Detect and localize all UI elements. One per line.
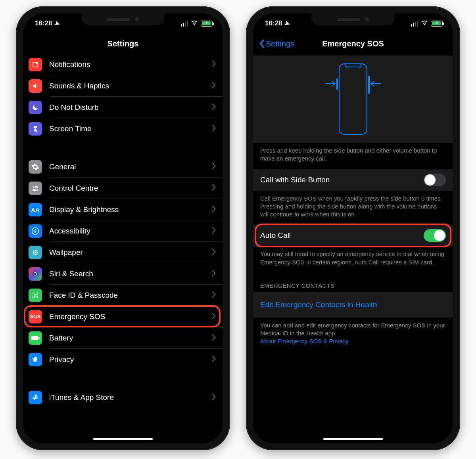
battery-icon: ⚡︎ (431, 21, 443, 27)
svg-point-20 (36, 295, 36, 295)
row-emergency-sos[interactable]: SOS Emergency SOS (23, 306, 223, 327)
svg-point-12 (37, 252, 38, 253)
location-icon: ➤ (54, 19, 61, 28)
svg-point-11 (33, 252, 34, 253)
row-wallpaper[interactable]: Wallpaper (23, 242, 223, 263)
appstore-icon (29, 391, 42, 404)
row-controlcentre[interactable]: Control Centre (23, 178, 223, 199)
row-battery[interactable]: Battery (23, 327, 223, 349)
row-label: Notifications (49, 60, 212, 69)
svg-point-8 (35, 252, 36, 254)
battery-row-icon (29, 331, 42, 345)
cell-label: Auto Call (260, 231, 291, 240)
chevron-right-icon (212, 270, 216, 278)
gear-icon (29, 160, 42, 174)
svg-point-5 (36, 189, 37, 191)
notch (311, 13, 395, 25)
phone-left: 16:28 ➤ ⚡︎ Settings (16, 6, 230, 450)
cell-call-with-side-button[interactable]: Call with Side Button (253, 169, 453, 191)
chevron-right-icon (212, 184, 216, 192)
wifi-icon (190, 20, 198, 27)
row-label: Display & Brightness (49, 205, 212, 214)
group-general: General Control Centre (23, 156, 223, 370)
hero-illustration (253, 55, 453, 143)
sound-icon (29, 79, 42, 93)
row-privacy[interactable]: Privacy (23, 349, 223, 370)
row-label: Sounds & Haptics (49, 82, 212, 90)
notifications-icon (29, 58, 42, 71)
svg-point-15 (33, 253, 35, 254)
group-itunes: iTunes & App Store (23, 387, 223, 408)
chevron-right-icon (212, 125, 216, 133)
settings-list[interactable]: Notifications Sounds & Haptics (23, 54, 223, 443)
svg-point-7 (35, 229, 36, 230)
row-label: Siri & Search (49, 270, 212, 278)
back-label: Settings (266, 39, 294, 48)
call-side-footer: Call Emergency SOS when you rapidly pres… (253, 191, 453, 225)
hourglass-icon (29, 122, 42, 136)
nav-bar: Settings (23, 33, 223, 54)
row-label: iTunes & App Store (49, 393, 212, 402)
sos-icon: SOS (29, 310, 42, 323)
svg-point-17 (33, 271, 38, 277)
svg-point-9 (35, 250, 36, 251)
privacy-link[interactable]: About Emergency SOS & Privacy (260, 338, 349, 344)
svg-rect-21 (31, 336, 38, 340)
back-button[interactable]: Settings (259, 33, 294, 54)
chevron-right-icon (212, 103, 216, 111)
sos-content[interactable]: Press and keep holding the side button a… (253, 54, 453, 443)
chevron-right-icon (212, 82, 216, 90)
row-screentime[interactable]: Screen Time (23, 118, 223, 140)
home-indicator[interactable] (323, 438, 383, 440)
row-label: Battery (49, 334, 212, 342)
wifi-icon (420, 20, 428, 27)
row-faceid[interactable]: Face ID & Passcode (23, 285, 223, 306)
row-siri[interactable]: Siri & Search (23, 263, 223, 285)
accessibility-icon (29, 224, 42, 238)
svg-point-19 (34, 295, 35, 295)
chevron-right-icon (212, 356, 216, 363)
text-size-icon: AA (29, 203, 42, 216)
edit-emergency-contacts[interactable]: Edit Emergency Contacts in Health (253, 292, 453, 317)
contacts-header: EMERGENCY CONTACTS (253, 273, 453, 292)
switch-call-side[interactable] (424, 174, 446, 186)
cell-auto-call[interactable]: Auto Call (253, 225, 453, 246)
chevron-right-icon (212, 206, 216, 214)
auto-call-footer: You may still need to specify an emergen… (253, 246, 453, 273)
switches-icon (29, 182, 42, 195)
chevron-right-icon (212, 61, 216, 69)
cell-label: Call with Side Button (260, 176, 330, 184)
row-general[interactable]: General (23, 156, 223, 178)
chevron-right-icon (212, 394, 216, 402)
row-sounds[interactable]: Sounds & Haptics (23, 75, 223, 97)
siri-icon (29, 267, 42, 281)
chevron-right-icon (212, 334, 216, 342)
row-label: Privacy (49, 355, 212, 364)
group-notifications: Notifications Sounds & Haptics (23, 54, 223, 140)
chevron-right-icon (212, 227, 216, 235)
svg-point-16 (36, 253, 37, 254)
svg-point-13 (33, 251, 35, 252)
row-label: Do Not Disturb (49, 103, 212, 112)
row-accessibility[interactable]: Accessibility (23, 220, 223, 242)
row-label: Emergency SOS (49, 312, 212, 321)
row-itunes[interactable]: iTunes & App Store (23, 387, 223, 408)
page-title: Emergency SOS (322, 39, 384, 48)
phone-right: 16:28 ➤ ⚡︎ Settings Emergency SOS (246, 6, 460, 450)
svg-point-1 (36, 62, 38, 64)
row-label: Accessibility (49, 227, 212, 235)
row-label: Wallpaper (49, 248, 212, 257)
row-dnd[interactable]: Do Not Disturb (23, 97, 223, 118)
svg-point-10 (35, 254, 36, 255)
chevron-right-icon (212, 249, 216, 256)
row-notifications[interactable]: Notifications (23, 54, 223, 75)
home-indicator[interactable] (93, 438, 153, 440)
hand-icon (29, 353, 42, 366)
svg-rect-23 (339, 64, 367, 134)
row-display[interactable]: AA Display & Brightness (23, 199, 223, 220)
row-label: Screen Time (49, 124, 212, 133)
switch-auto-call[interactable] (424, 229, 446, 242)
row-label: General (49, 163, 212, 171)
signal-icon (411, 21, 418, 27)
svg-rect-22 (38, 337, 39, 339)
